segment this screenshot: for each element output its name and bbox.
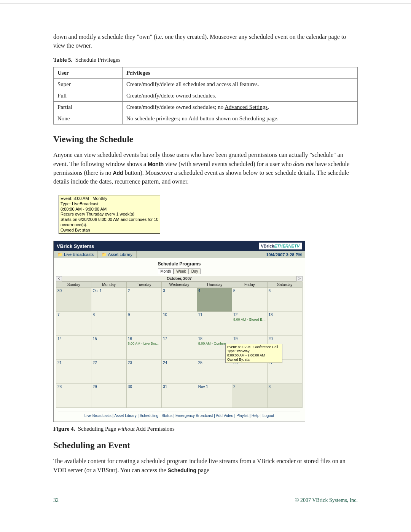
tooltip-line: 8:00:00 AM - 9:00:00 AM [61,207,158,212]
calendar-cell[interactable]: 15 [91,336,126,360]
month-label: October, 2007 [62,276,296,281]
calendar-cell[interactable]: 13 [267,312,302,336]
calendar-cell[interactable]: 3 [267,384,302,408]
table-row: Super Create/modify/delete all schedules… [54,79,358,90]
calendar-cell[interactable]: 27 [267,360,302,384]
day-number: 24 [163,361,195,365]
calendar-cell[interactable]: 2 [126,288,161,312]
calendar-cell[interactable]: 8 [91,312,126,336]
calendar-cell[interactable]: 25 [197,360,232,384]
calendar-day-header: Tuesday [126,282,161,288]
calendar-cell[interactable]: 14 [56,336,91,360]
table-header-user: User [54,67,123,79]
calendar-cell[interactable]: 22 [91,360,126,384]
calendar-cell[interactable]: 31 [162,384,197,408]
calendar-cell[interactable]: 28 [56,384,91,408]
day-number: 4 [198,289,231,293]
calendar-cell[interactable]: 24 [162,360,197,384]
calendar-cell[interactable]: 5 [232,288,267,312]
event-tooltip-detail: Event: 8:00 AM - Monthly Type: LiveBroad… [59,195,160,234]
next-month-button[interactable]: > [296,276,303,281]
tab-asset-library[interactable]: 📁 Asset Library [98,251,137,258]
calendar-hover-tooltip: Event: 8:00 AM - Conference Call Type: T… [225,344,282,363]
cell-priv: Create/modify/delete owned schedules; no… [123,102,358,113]
day-number: 14 [57,337,90,341]
cell-priv-pre: Create/modify/delete owned schedules; no [126,104,225,110]
tooltip-line: occurrence(s). [61,222,158,228]
table-row: None No schedule privileges; no Add butt… [54,113,358,125]
calendar-cell[interactable]: 11 [197,312,232,336]
view-tabs: MonthWeekDay [56,267,303,274]
day-number: 18 [198,337,231,341]
cell-user: Partial [54,102,123,113]
day-number: 28 [57,385,90,389]
table-row: Full Create/modify/delete owned schedule… [54,90,358,102]
copyright-label: © 2007 VBrick Systems, Inc. [295,497,358,503]
cell-priv-post: . [268,104,269,110]
day-number: 11 [198,313,231,317]
day-number: 17 [163,337,195,341]
table-caption-prefix: Table 5. [53,57,72,63]
day-number: 29 [92,385,125,389]
calendar-cell[interactable]: 7 [56,312,91,336]
calendar-day-header: Friday [232,282,267,288]
prev-month-button[interactable]: < [56,276,62,281]
keyword-add: Add [113,170,123,176]
calendar-cell[interactable]: 17 [162,336,197,360]
day-number: 8 [92,313,125,317]
cell-priv: No schedule privileges; no Add button sh… [123,113,358,125]
calendar-cell[interactable]: 26 [232,360,267,384]
calendar-cell[interactable]: 128:00 AM - Stored Bro... [232,312,267,336]
calendar-event[interactable]: 8:00 AM - Live Broad... [128,342,160,345]
view-tab-month[interactable]: Month [158,268,174,274]
calendar-cell[interactable]: 23 [126,360,161,384]
brand-label: VBrick Systems [57,243,94,249]
calendar-cell[interactable]: 21 [56,360,91,384]
calendar-cell[interactable]: 2 [232,384,267,408]
calendar-cell[interactable]: Oct 1 [91,288,126,312]
advanced-settings-link[interactable]: Advanced Settings [225,104,268,110]
day-number: 30 [57,289,90,293]
day-number: 19 [233,337,266,341]
screenshot-footer-links[interactable]: Live Broadcasts | Asset Library | Schedu… [58,412,300,418]
section-heading-viewing: Viewing the Schedule [53,134,358,144]
italic-without: without [118,426,135,432]
calendar-cell[interactable]: 4 [197,288,232,312]
day-number: 3 [163,289,195,293]
tooltip-line: Starts on 6/20/2006 8:00:00 AM and conti… [61,217,158,222]
table-row: Partial Create/modify/delete owned sched… [54,102,358,113]
schedule-programs-title: Schedule Programs [56,261,303,267]
day-number: Nov 1 [198,385,231,389]
cell-user: None [54,113,123,125]
calendar-cell[interactable]: 168:00 AM - Live Broad... [126,336,161,360]
keyword-month: Month [148,161,164,167]
tooltip-line: 8:00:00 AM - 9:00:00 AM [227,353,280,358]
screenshot-tabbar: 📁 Live Broadcasts 📁 Asset Library 10/4/2… [54,251,305,258]
calendar-cell[interactable]: 6 [267,288,302,312]
day-number: 7 [57,313,90,317]
calendar-cell[interactable]: 10 [162,312,197,336]
screenshot-topbar: VBrick Systems VBrickETHERNETV [54,241,305,251]
section-heading-scheduling: Scheduling an Event [53,441,358,451]
tooltip-line: Type: TwoWay [227,349,280,353]
view-tab-day[interactable]: Day [189,268,201,274]
tab-live-broadcasts[interactable]: 📁 Live Broadcasts [54,251,98,258]
calendar-cell[interactable]: 30 [126,384,161,408]
calendar-event[interactable]: 8:00 AM - Stored Bro... [233,318,266,321]
cell-priv: Create/modify/delete all schedules and a… [123,79,358,90]
calendar-cell[interactable]: 30 [56,288,91,312]
day-number: 21 [57,361,90,365]
view-tab-week[interactable]: Week [174,268,188,274]
calendar-cell[interactable]: 9 [126,312,161,336]
day-number: 31 [163,385,195,389]
day-number: 2 [128,289,160,293]
cell-priv: Create/modify/delete owned schedules. [123,90,358,102]
page-footer: 32 © 2007 VBrick Systems, Inc. [53,497,358,503]
day-number: 6 [269,289,301,293]
calendar-cell[interactable]: Nov 1 [197,384,232,408]
calendar-cell[interactable]: 29 [91,384,126,408]
cell-user: Super [54,79,123,90]
tooltip-line: Owned By: stan [61,228,158,233]
tooltip-line: Recurs every Thursday every 1 week(s) [61,212,158,217]
calendar-cell[interactable]: 3 [162,288,197,312]
